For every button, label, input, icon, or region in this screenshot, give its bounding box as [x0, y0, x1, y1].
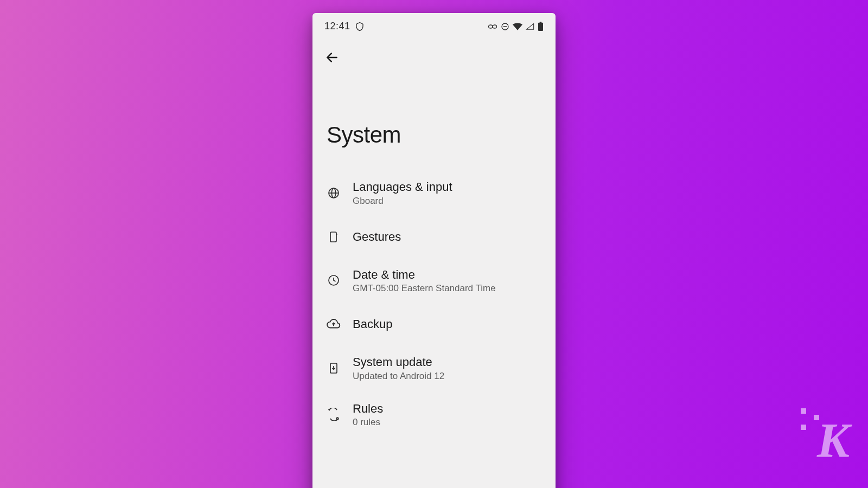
- arrow-left-icon: [325, 50, 339, 66]
- globe-icon: [327, 186, 341, 200]
- list-item-label: Gestures: [353, 229, 401, 245]
- rules-icon: [327, 407, 341, 421]
- list-item-rules[interactable]: Rules 0 rules: [312, 391, 556, 438]
- list-item-sublabel: GMT-05:00 Eastern Standard Time: [353, 283, 496, 294]
- phone-frame: 12:41: [312, 13, 556, 488]
- list-item-sublabel: Gboard: [353, 196, 452, 207]
- shield-icon: [355, 22, 365, 31]
- back-button[interactable]: [321, 47, 343, 69]
- svg-point-11: [336, 233, 337, 234]
- page-title: System: [312, 73, 556, 170]
- list-item-sublabel: 0 rules: [353, 417, 383, 428]
- svg-point-0: [489, 25, 493, 28]
- wifi-icon: [513, 23, 522, 30]
- list-item-label: Rules: [353, 401, 383, 416]
- status-right: [488, 22, 544, 31]
- battery-icon: [538, 22, 544, 31]
- gesture-phone-icon: [327, 230, 341, 244]
- signal-icon: [526, 23, 534, 30]
- list-item-label: System update: [353, 355, 444, 370]
- clock-icon: [327, 273, 341, 287]
- list-item-label: Date & time: [353, 267, 496, 282]
- cloud-upload-icon: [327, 317, 341, 331]
- stage: 12:41: [0, 0, 868, 488]
- status-time: 12:41: [324, 21, 350, 32]
- status-bar: 12:41: [312, 13, 556, 35]
- list-item-gestures[interactable]: Gestures: [312, 216, 556, 258]
- list-item-date-time[interactable]: Date & time GMT-05:00 Eastern Standard T…: [312, 258, 556, 304]
- watermark-letter: K: [817, 414, 846, 467]
- list-item-languages-input[interactable]: Languages & input Gboard: [312, 170, 556, 216]
- list-item-sublabel: Updated to Android 12: [353, 371, 444, 382]
- system-update-icon: [327, 361, 341, 375]
- list-item-system-update[interactable]: System update Updated to Android 12: [312, 345, 556, 391]
- app-bar: [312, 35, 556, 73]
- settings-list: Languages & input Gboard Gestures: [312, 170, 556, 438]
- list-item-label: Backup: [353, 317, 392, 332]
- svg-rect-4: [538, 22, 543, 30]
- svg-rect-5: [540, 22, 542, 23]
- svg-point-1: [493, 25, 497, 28]
- status-left: 12:41: [324, 21, 365, 32]
- list-item-label: Languages & input: [353, 179, 452, 195]
- link-icon: [488, 24, 497, 29]
- svg-point-14: [336, 418, 339, 420]
- dnd-icon: [501, 22, 509, 31]
- list-item-backup[interactable]: Backup: [312, 304, 556, 345]
- svg-rect-10: [330, 232, 336, 242]
- watermark: K: [817, 413, 846, 468]
